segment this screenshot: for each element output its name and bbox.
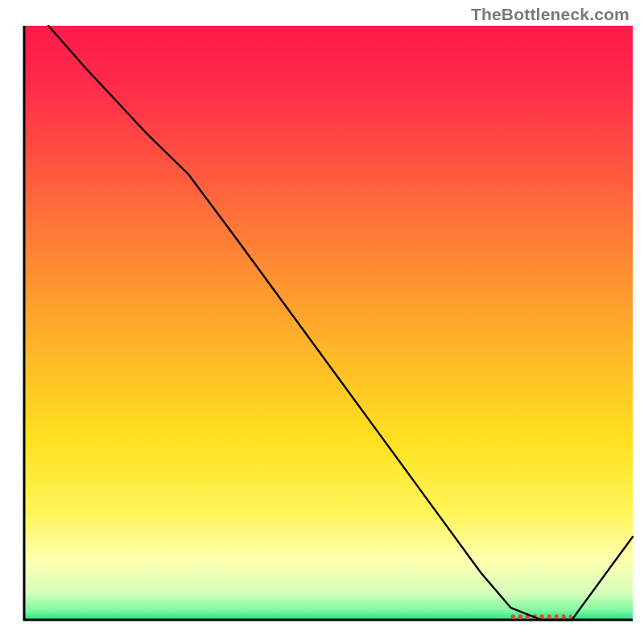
optimal-range-marker: [511, 614, 572, 619]
watermark-label: TheBottleneck.com: [471, 5, 630, 24]
svg-rect-1: [518, 614, 522, 619]
bottleneck-chart: TheBottleneck.com: [0, 0, 644, 644]
svg-rect-5: [547, 614, 551, 619]
chart-svg: [0, 0, 644, 644]
gradient-background: [24, 26, 633, 620]
svg-rect-0: [511, 614, 515, 619]
svg-rect-8: [569, 614, 572, 619]
svg-rect-6: [555, 614, 559, 619]
svg-rect-7: [562, 614, 566, 619]
